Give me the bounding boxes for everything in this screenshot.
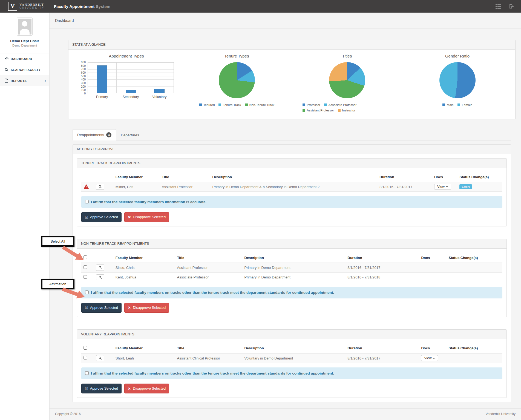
- legend-item: Male: [442, 103, 454, 107]
- app-title-main: Faculty Appointment: [54, 4, 95, 9]
- cell-description: Voluntary in Demo Department: [242, 353, 345, 363]
- sidebar-item-search-faculty[interactable]: SEARCH FACULTY: [0, 64, 49, 75]
- column-header-docs: Docs: [419, 343, 446, 353]
- legend-label: Female: [462, 103, 472, 107]
- tab-bar: Reappointments 4 Departures: [73, 129, 511, 140]
- legend-item: Instructor: [338, 108, 355, 113]
- column-header-empty: [94, 172, 113, 182]
- sidebar-item-label: SEARCH FACULTY: [11, 68, 41, 71]
- view-faculty-search-button[interactable]: [96, 184, 104, 190]
- view-faculty-search-button[interactable]: [96, 274, 104, 280]
- chart-legend: MaleFemale: [402, 103, 513, 108]
- select-all-checkbox[interactable]: [84, 346, 87, 350]
- tenure-track-table: Faculty Member Title Description Duratio…: [81, 172, 502, 192]
- disapprove-selected-button[interactable]: ✖Disapprove Selected: [124, 303, 169, 313]
- column-header-status: Status Change(s): [446, 253, 502, 263]
- breadcrumb: Dashboard: [50, 13, 521, 29]
- y-axis-tick: 0: [84, 92, 86, 95]
- approve-selected-button[interactable]: ☑Approve Selected: [81, 384, 122, 393]
- chart-tenure-types: Tenure Types TenuredTenure TrackNon-Tenu…: [182, 53, 292, 114]
- cell-title: Associate Professor: [175, 272, 242, 282]
- legend-item: Tenured: [199, 103, 215, 107]
- brand-subname: UNIVERSITY: [19, 7, 45, 10]
- cell-status: [446, 272, 502, 282]
- y-axis-tick: 900: [81, 61, 86, 64]
- cell-duration: 8/1/2016 - 7/31/2017: [377, 182, 432, 192]
- bar-category-cell: [116, 62, 145, 93]
- stats-charts: Appointment Types 0100200300400500600700…: [68, 50, 515, 119]
- approve-selected-button[interactable]: ☑Approve Selected: [81, 212, 122, 222]
- cell-docs: [419, 263, 446, 272]
- check-square-icon: ☑: [85, 387, 88, 390]
- cell-docs: [419, 272, 446, 282]
- chevron-left-icon[interactable]: ‹: [45, 79, 46, 83]
- legend-label: Tenure Track: [223, 103, 241, 107]
- affirmation-text: I affirm that the selected faculty membe…: [91, 199, 206, 205]
- chart-gender-ratio: Gender Ratio MaleFemale: [402, 53, 513, 114]
- annotation-arrow-select-all: [61, 245, 86, 262]
- bar-voluntary: [154, 89, 165, 93]
- tab-label: Departures: [121, 133, 139, 137]
- avatar: [17, 18, 33, 36]
- row-checkbox[interactable]: [84, 356, 87, 359]
- x-axis-label: Primary: [88, 95, 116, 99]
- affirmation-checkbox[interactable]: [85, 371, 89, 375]
- view-faculty-search-button[interactable]: [96, 355, 104, 361]
- disapprove-selected-button[interactable]: ✖Disapprove Selected: [124, 212, 169, 222]
- affirmation-checkbox[interactable]: [85, 200, 89, 203]
- disapprove-selected-button[interactable]: ✖Disapprove Selected: [124, 384, 169, 393]
- legend-item: Tenure Track: [218, 103, 241, 107]
- chart-title: Titles: [292, 53, 402, 59]
- affirmation-text: I affirm that the selected faculty membe…: [91, 371, 334, 376]
- footer: Copyright © 2016 Vanderbilt University: [50, 408, 521, 420]
- approve-selected-button[interactable]: ☑Approve Selected: [81, 303, 122, 313]
- cell-description: Primary in Demo Department: [242, 272, 345, 282]
- tab-reappointments[interactable]: Reappointments 4: [73, 129, 116, 140]
- voluntary-table: Faculty Member Title Description Duratio…: [81, 343, 502, 363]
- column-header-status: Status Change(s): [446, 343, 502, 353]
- tab-departures[interactable]: Departures: [116, 129, 144, 140]
- row-checkbox[interactable]: [84, 275, 87, 279]
- cell-duration: 8/1/2016 - 7/31/2017: [345, 353, 419, 363]
- column-header-title: Title: [160, 172, 210, 182]
- affirmation-bar: I affirm that the selected faculty membe…: [81, 196, 502, 208]
- vanderbilt-logo: V: [8, 2, 17, 11]
- table-row: Sisco, Chris Assistant Professor Primary…: [81, 263, 502, 272]
- y-axis-tick: 600: [81, 71, 86, 74]
- cell-faculty: Milner, Cris: [113, 182, 160, 192]
- legend-item: Female: [457, 103, 472, 107]
- column-header-empty: [81, 172, 94, 182]
- sign-out-icon[interactable]: [509, 4, 514, 9]
- bar-plot-area: [88, 62, 174, 93]
- chart-appointment-types: Appointment Types 0100200300400500600700…: [71, 53, 182, 114]
- user-card: Demo Dept Chair Demo Department: [0, 13, 49, 51]
- legend-item: Professor: [303, 103, 320, 107]
- legend-label: Male: [447, 103, 454, 107]
- non-tenure-track-table: Faculty Member Title Description Duratio…: [81, 253, 502, 282]
- bar-chart: 0100200300400500600700800900 PrimarySeco…: [79, 62, 174, 99]
- chart-title: Appointment Types: [71, 53, 182, 59]
- section-title: VOLUNTARY REAPPOINTMENTS: [77, 330, 506, 339]
- sidebar-item-reports[interactable]: REPORTS ‹: [0, 75, 49, 86]
- view-faculty-search-button[interactable]: [96, 264, 104, 271]
- cell-faculty: Kent, Joshua: [113, 272, 175, 282]
- check-square-icon: ☑: [85, 215, 88, 219]
- x-icon: ✖: [128, 306, 131, 309]
- docs-view-dropdown[interactable]: View: [434, 184, 451, 190]
- legend-item: Non-Tenure Track: [245, 103, 274, 107]
- footer-org: Vanderbilt University: [486, 412, 516, 416]
- sidebar-nav: DASHBOARD SEARCH FACULTY REPORTS ‹: [0, 53, 49, 86]
- column-header-empty: [94, 253, 113, 263]
- bar-secondary: [126, 90, 136, 93]
- sidebar-item-dashboard[interactable]: DASHBOARD: [0, 53, 49, 64]
- search-icon: [5, 68, 11, 72]
- chart-title: Tenure Types: [182, 53, 292, 59]
- cell-title: Assistant Clinical Professor: [175, 353, 242, 363]
- cell-duration: 8/1/2016 - 7/31/2018: [345, 272, 419, 282]
- apps-grid-icon[interactable]: [496, 4, 501, 9]
- chevron-down-icon: [433, 358, 435, 359]
- docs-view-dropdown[interactable]: View: [421, 355, 438, 361]
- column-header-duration: Duration: [345, 343, 419, 353]
- cell-description: Primary in Demo Department: [242, 263, 345, 272]
- row-checkbox[interactable]: [84, 265, 87, 269]
